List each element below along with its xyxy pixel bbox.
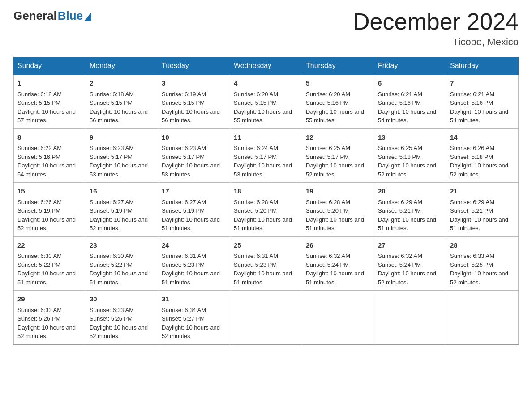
day-number: 3 — [162, 78, 226, 89]
logo-general-text: General — [13, 9, 57, 23]
daylight-label: Daylight: 10 hours and 56 minutes. — [90, 108, 148, 124]
sunset-label: Sunset: 5:17 PM — [162, 154, 205, 160]
calendar-cell: 18Sunrise: 6:28 AMSunset: 5:20 PMDayligh… — [230, 183, 302, 237]
sunrise-label: Sunrise: 6:20 AM — [234, 91, 278, 98]
header-day-thursday: Thursday — [302, 57, 374, 75]
daylight-label: Daylight: 10 hours and 52 minutes. — [378, 162, 436, 178]
sunset-label: Sunset: 5:26 PM — [17, 315, 60, 322]
calendar-cell: 15Sunrise: 6:26 AMSunset: 5:19 PMDayligh… — [14, 183, 86, 237]
day-number: 16 — [90, 186, 154, 197]
calendar-cell: 14Sunrise: 6:26 AMSunset: 5:18 PMDayligh… — [446, 128, 519, 183]
daylight-label: Daylight: 10 hours and 51 minutes. — [378, 216, 436, 232]
calendar-cell — [230, 291, 302, 345]
day-number: 29 — [17, 294, 82, 304]
sunrise-label: Sunrise: 6:31 AM — [234, 253, 278, 259]
calendar-cell: 23Sunrise: 6:30 AMSunset: 5:22 PMDayligh… — [86, 236, 158, 291]
calendar-cell: 12Sunrise: 6:25 AMSunset: 5:17 PMDayligh… — [302, 128, 374, 183]
day-number: 4 — [234, 78, 298, 89]
daylight-label: Daylight: 10 hours and 53 minutes. — [162, 162, 220, 178]
day-number: 11 — [234, 133, 298, 143]
header-day-sunday: Sunday — [14, 57, 86, 75]
sunrise-label: Sunrise: 6:32 AM — [378, 253, 422, 259]
sunset-label: Sunset: 5:21 PM — [378, 207, 421, 214]
calendar-cell: 28Sunrise: 6:33 AMSunset: 5:25 PMDayligh… — [446, 236, 519, 291]
month-title: December 2024 — [353, 9, 519, 34]
day-number: 2 — [90, 78, 154, 89]
header-day-friday: Friday — [374, 57, 446, 75]
calendar-cell: 30Sunrise: 6:33 AMSunset: 5:26 PMDayligh… — [86, 291, 158, 345]
calendar-cell: 7Sunrise: 6:21 AMSunset: 5:16 PMDaylight… — [446, 75, 519, 129]
sunset-label: Sunset: 5:16 PM — [450, 99, 493, 106]
day-number: 10 — [162, 133, 226, 143]
sunrise-label: Sunrise: 6:24 AM — [234, 145, 278, 151]
day-number: 6 — [378, 78, 442, 89]
day-number: 25 — [234, 240, 298, 251]
calendar-cell: 8Sunrise: 6:22 AMSunset: 5:16 PMDaylight… — [14, 128, 86, 183]
sunrise-label: Sunrise: 6:29 AM — [450, 199, 494, 206]
sunset-label: Sunset: 5:15 PM — [234, 99, 277, 106]
calendar-cell: 20Sunrise: 6:29 AMSunset: 5:21 PMDayligh… — [374, 183, 446, 237]
calendar-table: SundayMondayTuesdayWednesdayThursdayFrid… — [13, 57, 519, 345]
calendar-cell: 1Sunrise: 6:18 AMSunset: 5:15 PMDaylight… — [14, 75, 86, 129]
day-number: 1 — [17, 78, 82, 89]
day-number: 26 — [306, 240, 370, 251]
sunrise-label: Sunrise: 6:23 AM — [90, 145, 134, 151]
header-day-monday: Monday — [86, 57, 158, 75]
sunrise-label: Sunrise: 6:27 AM — [90, 199, 134, 206]
daylight-label: Daylight: 10 hours and 51 minutes. — [234, 270, 292, 286]
daylight-label: Daylight: 10 hours and 51 minutes. — [162, 270, 220, 286]
sunset-label: Sunset: 5:19 PM — [17, 207, 60, 214]
calendar-cell: 3Sunrise: 6:19 AMSunset: 5:15 PMDaylight… — [158, 75, 230, 129]
sunset-label: Sunset: 5:16 PM — [17, 154, 60, 160]
calendar-cell: 25Sunrise: 6:31 AMSunset: 5:23 PMDayligh… — [230, 236, 302, 291]
calendar-cell: 4Sunrise: 6:20 AMSunset: 5:15 PMDaylight… — [230, 75, 302, 129]
day-number: 21 — [450, 186, 515, 197]
calendar-cell: 22Sunrise: 6:30 AMSunset: 5:22 PMDayligh… — [14, 236, 86, 291]
sunrise-label: Sunrise: 6:33 AM — [90, 307, 134, 313]
sunset-label: Sunset: 5:23 PM — [162, 261, 205, 268]
page-header: General Blue December 2024 Ticopo, Mexic… — [13, 9, 519, 48]
calendar-cell: 19Sunrise: 6:28 AMSunset: 5:20 PMDayligh… — [302, 183, 374, 237]
sunrise-label: Sunrise: 6:33 AM — [17, 307, 62, 313]
sunrise-label: Sunrise: 6:31 AM — [162, 253, 206, 259]
calendar-cell: 26Sunrise: 6:32 AMSunset: 5:24 PMDayligh… — [302, 236, 374, 291]
daylight-label: Daylight: 10 hours and 54 minutes. — [378, 108, 436, 124]
day-number: 19 — [306, 186, 370, 197]
sunset-label: Sunset: 5:18 PM — [450, 154, 493, 160]
title-section: December 2024 Ticopo, Mexico — [353, 9, 519, 48]
sunrise-label: Sunrise: 6:28 AM — [234, 199, 278, 206]
daylight-label: Daylight: 10 hours and 51 minutes. — [450, 216, 508, 232]
calendar-week-row: 22Sunrise: 6:30 AMSunset: 5:22 PMDayligh… — [14, 236, 519, 291]
sunrise-label: Sunrise: 6:21 AM — [450, 91, 494, 98]
sunrise-label: Sunrise: 6:26 AM — [17, 199, 62, 206]
sunset-label: Sunset: 5:17 PM — [306, 154, 349, 160]
sunset-label: Sunset: 5:25 PM — [450, 261, 493, 268]
daylight-label: Daylight: 10 hours and 57 minutes. — [17, 108, 76, 124]
sunrise-label: Sunrise: 6:21 AM — [378, 91, 422, 98]
daylight-label: Daylight: 10 hours and 53 minutes. — [90, 162, 148, 178]
day-number: 7 — [450, 78, 515, 89]
sunset-label: Sunset: 5:24 PM — [306, 261, 349, 268]
day-number: 14 — [450, 133, 515, 143]
sunrise-label: Sunrise: 6:22 AM — [17, 145, 62, 151]
day-number: 20 — [378, 186, 442, 197]
header-day-tuesday: Tuesday — [158, 57, 230, 75]
day-number: 8 — [17, 133, 82, 143]
logo-blue-part: Blue — [58, 9, 91, 23]
calendar-header-row: SundayMondayTuesdayWednesdayThursdayFrid… — [14, 57, 519, 75]
sunrise-label: Sunrise: 6:30 AM — [17, 253, 62, 259]
calendar-cell: 16Sunrise: 6:27 AMSunset: 5:19 PMDayligh… — [86, 183, 158, 237]
sunset-label: Sunset: 5:23 PM — [234, 261, 277, 268]
sunset-label: Sunset: 5:17 PM — [90, 154, 133, 160]
day-number: 24 — [162, 240, 226, 251]
daylight-label: Daylight: 10 hours and 52 minutes. — [90, 324, 148, 340]
header-day-saturday: Saturday — [446, 57, 519, 75]
sunrise-label: Sunrise: 6:27 AM — [162, 199, 206, 206]
daylight-label: Daylight: 10 hours and 53 minutes. — [234, 162, 292, 178]
daylight-label: Daylight: 10 hours and 52 minutes. — [450, 270, 508, 286]
sunrise-label: Sunrise: 6:18 AM — [90, 91, 134, 98]
calendar-cell: 31Sunrise: 6:34 AMSunset: 5:27 PMDayligh… — [158, 291, 230, 345]
calendar-cell: 9Sunrise: 6:23 AMSunset: 5:17 PMDaylight… — [86, 128, 158, 183]
sunset-label: Sunset: 5:21 PM — [450, 207, 493, 214]
sunset-label: Sunset: 5:19 PM — [162, 207, 205, 214]
